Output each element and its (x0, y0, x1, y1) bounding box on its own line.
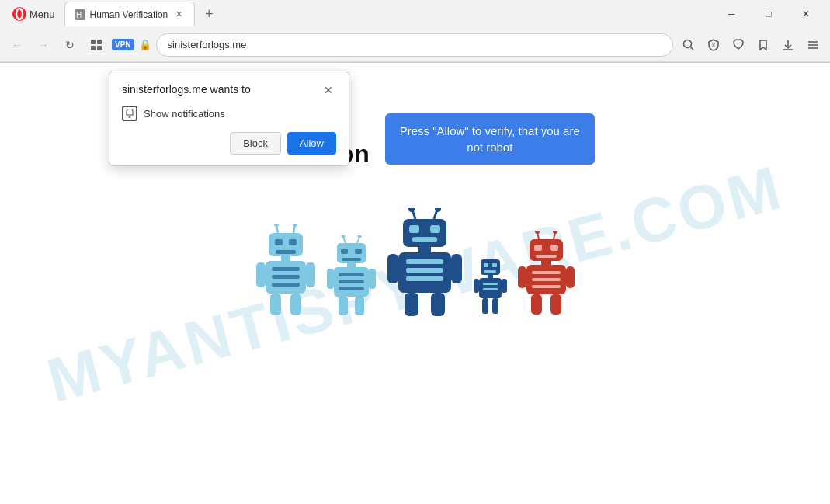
robot-1 (255, 224, 317, 317)
svg-rect-32 (306, 262, 315, 287)
robot-3 (386, 208, 464, 317)
svg-rect-68 (431, 293, 445, 316)
hamburger-icon (807, 39, 819, 51)
svg-rect-46 (339, 280, 364, 283)
popup-header: sinisterforlogs.me wants to ✕ (122, 82, 336, 98)
forward-button[interactable]: → (33, 34, 54, 56)
block-button[interactable]: Block (230, 132, 281, 155)
svg-rect-79 (482, 298, 488, 314)
browser-chrome: Menu H Human Verification ✕ + ─ □ ✕ (0, 0, 830, 63)
new-tab-button[interactable]: + (198, 3, 220, 25)
robot-5-icon (517, 231, 575, 317)
page-content: MYANTISPYWARE.COM sinisterforlogs.me wan… (0, 63, 830, 504)
svg-rect-56 (403, 219, 446, 247)
address-input[interactable]: sinisterforlogs.me (156, 33, 673, 57)
search-icon (682, 39, 695, 51)
svg-point-38 (358, 235, 362, 238)
tab-favicon-icon: H (75, 9, 85, 20)
shield-toolbar-icon[interactable]: ✕ (703, 34, 724, 56)
svg-rect-93 (532, 285, 561, 288)
svg-point-8 (684, 40, 692, 47)
popup-title: sinisterforlogs.me wants to (122, 82, 251, 96)
notification-popup: sinisterforlogs.me wants to ✕ Show notif… (109, 71, 349, 166)
allow-button[interactable]: Allow (287, 132, 336, 155)
svg-rect-45 (339, 273, 364, 276)
svg-rect-33 (270, 294, 281, 315)
svg-rect-28 (272, 267, 300, 271)
minimize-button[interactable]: ─ (714, 0, 749, 28)
robots-row (255, 208, 575, 317)
svg-rect-89 (541, 261, 551, 265)
opera-menu-button[interactable]: Menu (6, 4, 61, 24)
svg-rect-60 (418, 247, 431, 252)
svg-rect-43 (347, 263, 356, 267)
svg-point-19 (274, 224, 279, 227)
svg-rect-95 (566, 266, 575, 288)
svg-rect-51 (355, 297, 364, 315)
svg-rect-34 (290, 294, 301, 315)
active-tab[interactable]: H Human Verification ✕ (64, 2, 196, 26)
svg-rect-24 (289, 239, 297, 245)
svg-rect-48 (327, 269, 334, 289)
opera-logo-icon (12, 7, 26, 21)
heart-icon (732, 39, 745, 51)
heart-toolbar-icon[interactable] (728, 34, 749, 56)
close-window-button[interactable]: ✕ (788, 0, 824, 28)
notification-bell-icon (122, 106, 137, 121)
svg-point-21 (293, 224, 297, 227)
svg-rect-94 (518, 266, 526, 288)
tab-close-button[interactable]: ✕ (172, 9, 185, 21)
maximize-button[interactable]: □ (751, 0, 787, 28)
popup-buttons: Block Allow (122, 132, 336, 155)
address-bar: ← → ↻ VPN 🔒 sinisterforlogs.me (0, 28, 830, 62)
svg-rect-29 (272, 275, 300, 279)
popup-close-button[interactable]: ✕ (321, 82, 336, 98)
shield-icon: ✕ (707, 39, 720, 51)
svg-rect-59 (412, 237, 437, 242)
svg-rect-96 (531, 294, 542, 315)
svg-rect-30 (272, 283, 300, 287)
svg-rect-50 (339, 297, 348, 315)
menu-toolbar-icon[interactable] (802, 34, 824, 56)
svg-rect-66 (451, 254, 462, 283)
svg-rect-5 (97, 40, 102, 44)
svg-rect-73 (488, 275, 493, 278)
svg-text:✕: ✕ (711, 43, 716, 48)
robot-2-icon (326, 235, 377, 317)
download-icon (782, 39, 794, 51)
svg-rect-77 (474, 279, 479, 293)
verification-badge: Press "Allow" to verify, that you are no… (385, 113, 595, 165)
robot-5 (517, 231, 575, 317)
svg-rect-78 (502, 279, 507, 293)
svg-point-84 (553, 231, 557, 234)
menu-label: Menu (30, 9, 55, 20)
svg-rect-23 (275, 239, 283, 245)
svg-rect-4 (91, 40, 96, 44)
robot-2 (326, 235, 377, 317)
svg-rect-76 (483, 288, 498, 290)
svg-rect-65 (387, 254, 398, 283)
svg-rect-31 (256, 262, 266, 287)
bookmark-icon (757, 39, 769, 51)
svg-rect-80 (492, 298, 498, 314)
svg-rect-64 (406, 276, 443, 281)
back-button[interactable]: ← (6, 34, 28, 56)
svg-rect-67 (405, 293, 418, 316)
robot-4-icon (473, 253, 508, 317)
vpn-badge[interactable]: VPN (112, 39, 134, 50)
tabs-grid-icon (90, 39, 102, 51)
robot-3-icon (386, 208, 464, 317)
reload-button[interactable]: ↻ (59, 34, 81, 56)
download-toolbar-icon[interactable] (777, 34, 799, 56)
svg-rect-42 (342, 258, 361, 261)
svg-rect-92 (532, 278, 561, 281)
svg-rect-47 (339, 287, 364, 290)
svg-rect-25 (276, 250, 296, 254)
svg-rect-86 (534, 245, 542, 251)
svg-rect-88 (536, 255, 557, 258)
tabs-overview-button[interactable] (85, 34, 107, 56)
bookmark-toolbar-icon[interactable] (752, 34, 774, 56)
robot-4 (473, 253, 508, 317)
url-text: sinisterforlogs.me (168, 39, 247, 50)
search-toolbar-icon[interactable] (678, 34, 700, 56)
